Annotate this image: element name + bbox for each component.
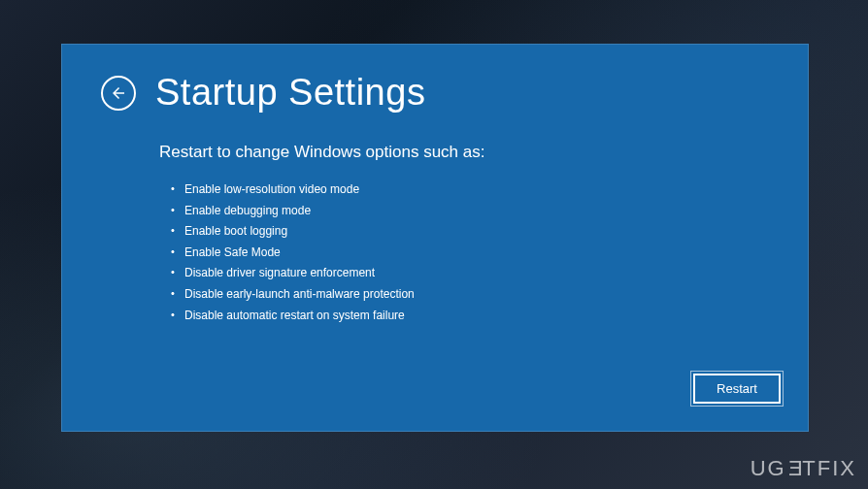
option-item: Enable debugging mode <box>171 201 769 222</box>
option-item: Disable driver signature enforcement <box>171 263 769 284</box>
option-item: Disable early-launch anti-malware protec… <box>171 284 769 306</box>
startup-settings-window: Startup Settings Restart to change Windo… <box>61 44 809 432</box>
option-item: Enable boot logging <box>171 221 769 243</box>
back-arrow-icon <box>110 84 127 102</box>
back-button[interactable] <box>101 76 136 111</box>
option-item: Disable automatic restart on system fail… <box>171 306 769 327</box>
page-title: Startup Settings <box>155 72 425 114</box>
option-item: Enable Safe Mode <box>171 243 769 264</box>
subtitle-text: Restart to change Windows options such a… <box>159 143 769 162</box>
restart-button[interactable]: Restart <box>693 374 781 404</box>
options-list: Enable low-resolution video mode Enable … <box>159 179 769 326</box>
option-item: Enable low-resolution video mode <box>171 179 769 201</box>
content-area: Restart to change Windows options such a… <box>62 114 808 326</box>
window-header: Startup Settings <box>62 45 808 114</box>
watermark-text: UGETFIX <box>751 456 856 481</box>
